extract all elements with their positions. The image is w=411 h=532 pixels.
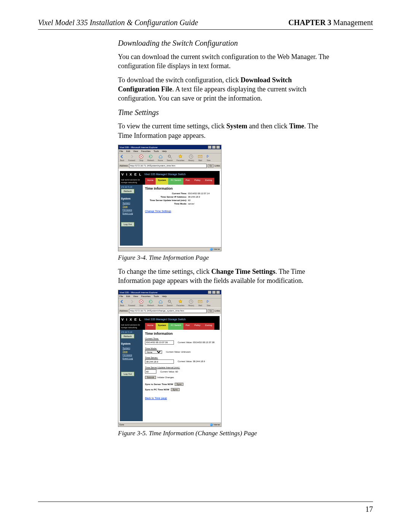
sidebar-item-firmware[interactable]: Firmware (123, 353, 142, 356)
forward-button[interactable]: Forward (128, 299, 135, 307)
back-button[interactable]: Back (120, 154, 124, 162)
tab-system[interactable]: System (156, 178, 168, 185)
stop-button[interactable]: Stop (139, 299, 143, 307)
back-button[interactable]: Back (120, 299, 124, 307)
menu-file[interactable]: File (119, 295, 123, 298)
go-button[interactable]: Go (208, 164, 213, 168)
links-label[interactable]: Links (215, 164, 220, 167)
maximize-icon[interactable] (212, 145, 216, 149)
stop-icon (139, 154, 143, 159)
sidebar: 172.16.71.14 Refresh System System Time … (120, 330, 143, 421)
menu-tools[interactable]: Tools (154, 150, 159, 153)
window-title: Vixel 335 - Microsoft Internet Explorer (119, 146, 158, 149)
refresh-button[interactable]: Refresh (121, 334, 134, 339)
logout-button[interactable]: Log Out (121, 372, 134, 376)
links-label[interactable]: Links (215, 309, 220, 312)
size-button[interactable]: Size (206, 299, 211, 307)
current-time-input[interactable] (145, 340, 174, 345)
mail-button[interactable]: Mail (198, 154, 202, 162)
forward-button[interactable]: Forward (128, 154, 135, 162)
nav-tabs: Home System FC Switch Port Policy Zoning (145, 178, 220, 185)
menu-favorites[interactable]: Favorites (141, 150, 151, 153)
menu-favorites[interactable]: Favorites (141, 295, 151, 298)
sync-server-button[interactable]: Sync (175, 383, 183, 386)
menu-help[interactable]: Help (162, 150, 167, 153)
tab-zoning[interactable]: Zoning (203, 178, 214, 185)
sidebar-group: System (121, 342, 142, 345)
titlebar: Vixel 335 - Microsoft Internet Explorer (118, 145, 221, 149)
sidebar-item-firmware[interactable]: Firmware (123, 208, 142, 211)
time-mode-select[interactable]: None (145, 350, 162, 354)
menu-view[interactable]: View (133, 295, 138, 298)
tab-policy[interactable]: Policy (192, 178, 203, 185)
time-server-input[interactable] (145, 359, 174, 364)
mail-icon (198, 154, 202, 159)
menu-help[interactable]: Help (162, 295, 167, 298)
tabs-row: real world solutions for storage network… (120, 323, 220, 330)
tab-fcswitch[interactable]: FC Switch (168, 178, 183, 185)
sync-pc-button[interactable]: Sync (171, 388, 180, 391)
tab-zoning[interactable]: Zoning (203, 323, 214, 330)
page-canvas: V I X E L Vixel 335 Managed Storage Swit… (118, 314, 221, 421)
refresh-button[interactable]: Refresh (147, 154, 154, 162)
tab-policy[interactable]: Policy (192, 323, 203, 330)
tabs-row: real world solutions for storage network… (120, 178, 220, 185)
history-button[interactable]: History (188, 299, 194, 307)
home-button[interactable]: Home (158, 154, 163, 162)
menu-view[interactable]: View (133, 150, 138, 153)
globe-icon (210, 248, 213, 251)
favorites-button[interactable]: Favorites (177, 299, 185, 307)
change-time-link[interactable]: Change Time Settings (145, 209, 171, 213)
stop-button[interactable]: Stop (139, 154, 143, 162)
sidebar-item-time[interactable]: Time (123, 350, 142, 353)
kv-mode: Time Mode:server (145, 202, 217, 205)
sidebar-item-system[interactable]: System (123, 201, 142, 204)
product-banner: V I X E L Vixel 335 Managed Storage Swit… (120, 316, 220, 323)
back-link[interactable]: Back to Time page (145, 396, 167, 400)
history-button[interactable]: History (188, 154, 194, 162)
maximize-icon[interactable] (212, 291, 216, 294)
menu-file[interactable]: File (119, 150, 123, 153)
close-icon[interactable] (216, 291, 220, 294)
refresh-button[interactable]: Refresh (121, 189, 134, 193)
sidebar-item-system[interactable]: System (123, 347, 142, 350)
go-button[interactable]: Go (208, 309, 213, 313)
content-column: Downloading the Switch Configuration You… (118, 35, 331, 443)
section-heading: Downloading the Switch Configuration (118, 38, 331, 48)
menu-edit[interactable]: Edit (126, 295, 130, 298)
kv-interval: Time Server Update Interval (min):60 (145, 199, 217, 202)
submit-button[interactable]: Submit (145, 376, 156, 379)
tab-fcswitch[interactable]: FC Switch (168, 323, 183, 330)
menu-edit[interactable]: Edit (126, 150, 130, 153)
search-button[interactable]: Search (167, 299, 173, 307)
tab-home[interactable]: Home (145, 178, 156, 185)
minimize-icon[interactable] (208, 145, 212, 149)
mail-button[interactable]: Mail (198, 299, 202, 307)
tab-home[interactable]: Home (145, 323, 156, 330)
tab-port[interactable]: Port (183, 178, 192, 185)
minimize-icon[interactable] (208, 291, 212, 294)
refresh-button[interactable]: Refresh (147, 299, 154, 307)
svg-point-1 (168, 155, 170, 157)
banner-subtitle: Vixel 335 Managed Storage Switch (144, 173, 186, 176)
window-title: Vixel 335 - Microsoft Internet Explorer (119, 291, 158, 294)
body-row: 172.16.71.14 Refresh System System Time … (120, 185, 220, 246)
vixel-logo: V I X E L (121, 172, 142, 177)
interval-input[interactable] (145, 369, 156, 374)
forward-icon (129, 154, 134, 159)
size-button[interactable]: Size (206, 154, 211, 162)
favorites-button[interactable]: Favorites (177, 154, 185, 162)
search-button[interactable]: Search (167, 154, 173, 162)
address-input[interactable] (129, 309, 207, 313)
address-input[interactable] (129, 164, 207, 168)
sidebar-item-eventlog[interactable]: Event Log (123, 357, 142, 360)
sidebar-item-time[interactable]: Time (123, 205, 142, 208)
tab-port[interactable]: Port (183, 323, 192, 330)
home-button[interactable]: Home (158, 299, 163, 307)
menu-tools[interactable]: Tools (154, 295, 159, 298)
close-icon[interactable] (216, 145, 220, 149)
logout-button[interactable]: Log Out (121, 222, 134, 227)
sidebar-item-eventlog[interactable]: Event Log (123, 212, 142, 215)
tab-system[interactable]: System (156, 323, 168, 330)
back-icon (120, 154, 124, 159)
